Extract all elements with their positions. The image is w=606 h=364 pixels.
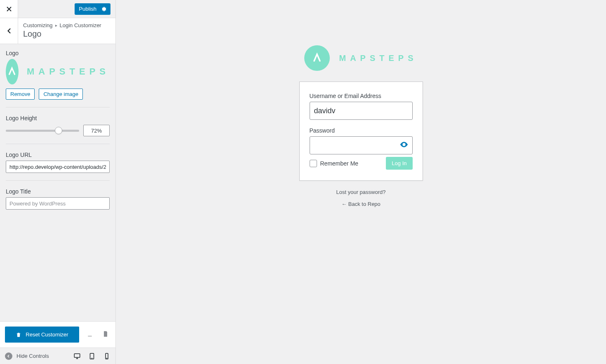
- download-icon: [87, 331, 93, 337]
- reset-bar: Reset Customizer: [0, 321, 115, 348]
- remember-label: Remember Me: [320, 160, 359, 167]
- lost-password-link[interactable]: Lost your password?: [336, 189, 386, 195]
- section-title: Logo: [23, 29, 110, 39]
- logo-icon: [304, 45, 330, 71]
- reset-label: Reset Customizer: [26, 331, 68, 338]
- back-to-site-link[interactable]: ← Back to Repo: [341, 201, 381, 207]
- customizer-sidebar: Publish Customizing ▸ Login Customizer L…: [0, 0, 116, 364]
- back-button[interactable]: [0, 18, 18, 44]
- customizer-topbar: Publish: [0, 0, 115, 18]
- logo-icon: [6, 59, 19, 84]
- brand-text: MAPSTEPS: [339, 54, 417, 63]
- login-logo[interactable]: MAPSTEPS: [304, 45, 417, 71]
- logo-title-input[interactable]: [6, 197, 110, 210]
- login-button[interactable]: Log In: [386, 157, 412, 170]
- gear-icon: [101, 6, 106, 12]
- logo-url-input[interactable]: [6, 161, 110, 173]
- chevron-right-icon: ▸: [55, 23, 57, 28]
- logo-preview: MAPSTEPS: [6, 59, 110, 84]
- svg-point-2: [92, 358, 92, 358]
- collapse-icon[interactable]: [5, 352, 12, 360]
- hide-controls-label[interactable]: Hide Controls: [16, 353, 49, 359]
- remember-checkbox[interactable]: [310, 160, 317, 167]
- breadcrumb-root: Customizing: [23, 22, 53, 28]
- remember-me[interactable]: Remember Me: [310, 160, 359, 167]
- slider-thumb[interactable]: [55, 127, 62, 134]
- logo-title-label: Logo Title: [6, 188, 110, 195]
- preview-pane: MAPSTEPS Username or Email Address Passw…: [116, 0, 606, 364]
- divider: [6, 107, 110, 107]
- import-button[interactable]: [85, 329, 95, 340]
- logo-height-slider[interactable]: [6, 127, 79, 134]
- remove-button[interactable]: Remove: [6, 89, 35, 100]
- file-export-icon: [102, 331, 109, 337]
- publish-label: Publish: [79, 6, 96, 12]
- footer-bar: Hide Controls: [0, 348, 115, 364]
- svg-rect-0: [74, 354, 80, 357]
- device-switcher: [73, 352, 110, 360]
- reset-customizer-button[interactable]: Reset Customizer: [5, 327, 79, 343]
- username-label: Username or Email Address: [310, 93, 413, 99]
- breadcrumb-section: Login Customizer: [60, 22, 101, 28]
- panel: Logo MAPSTEPS Remove Change image Logo H…: [0, 44, 115, 321]
- username-input[interactable]: [310, 102, 413, 120]
- logo-url-label: Logo URL: [6, 152, 110, 158]
- password-input[interactable]: [310, 136, 413, 154]
- logo-height-label: Logo Height: [6, 115, 110, 121]
- logo-label: Logo: [6, 50, 110, 56]
- export-button[interactable]: [101, 329, 110, 340]
- chevron-left-icon: [6, 28, 12, 34]
- breadcrumb: Customizing ▸ Login Customizer: [23, 22, 110, 28]
- svg-point-5: [403, 144, 405, 145]
- password-label: Password: [310, 127, 413, 134]
- svg-point-4: [107, 358, 107, 358]
- brand-text: MAPSTEPS: [27, 66, 110, 77]
- divider: [6, 144, 110, 144]
- publish-button[interactable]: Publish: [75, 3, 110, 15]
- login-form: Username or Email Address Password Remem…: [299, 82, 423, 181]
- tablet-icon[interactable]: [88, 352, 96, 360]
- trash-icon: [16, 332, 21, 338]
- close-icon: [6, 6, 12, 12]
- eye-icon: [399, 140, 409, 149]
- desktop-icon[interactable]: [73, 352, 81, 360]
- divider: [6, 180, 110, 181]
- logo-height-value[interactable]: 72%: [83, 125, 110, 136]
- mobile-icon[interactable]: [103, 352, 110, 360]
- toggle-password-button[interactable]: [399, 140, 409, 151]
- section-header: Customizing ▸ Login Customizer Logo: [0, 18, 115, 44]
- change-image-button[interactable]: Change image: [39, 89, 83, 100]
- close-button[interactable]: [0, 0, 18, 18]
